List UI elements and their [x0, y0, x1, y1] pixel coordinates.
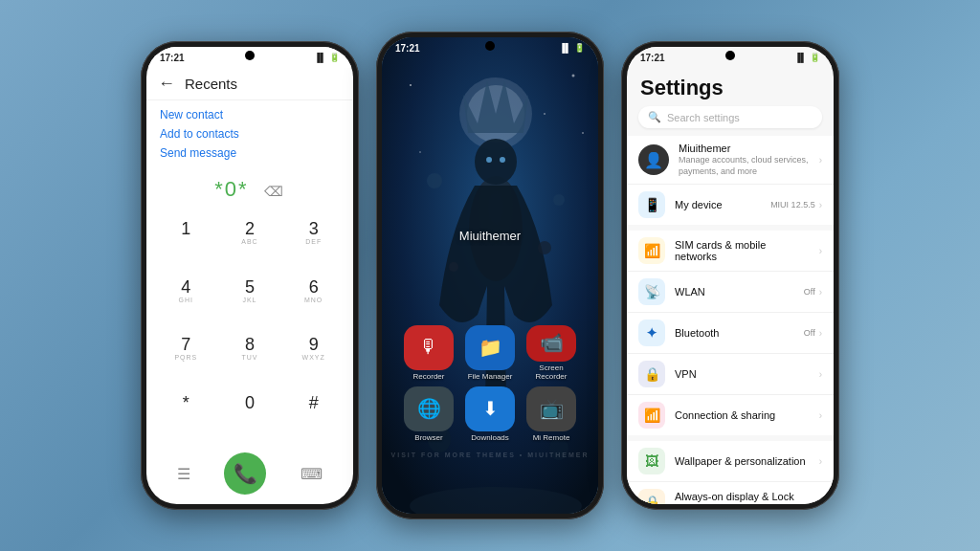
- delete-icon[interactable]: ⌫: [264, 184, 285, 199]
- app-filemanager[interactable]: 📁 File Manager: [462, 325, 518, 381]
- dialer-key-1[interactable]: 1: [154, 211, 218, 253]
- app-screenrecorder[interactable]: 📹 Screen Recorder: [523, 325, 579, 381]
- app-icon-filemanager: 📁: [465, 325, 515, 370]
- dialer-key-hash[interactable]: #: [281, 386, 345, 428]
- app-miremote[interactable]: 📺 Mi Remote: [523, 386, 579, 442]
- aod-title: Always-on display & Lock screen: [675, 491, 810, 504]
- wlan-badge: Off: [804, 287, 815, 297]
- call-button[interactable]: 📞: [224, 452, 266, 495]
- connection-sharing-row[interactable]: 📶 Connection & sharing ›: [627, 395, 834, 435]
- username-label: Miuithemer: [382, 229, 598, 243]
- svg-point-16: [572, 75, 575, 77]
- settings-section-account: 👤 Miuithemer Manage accounts, cloud serv…: [627, 136, 834, 225]
- dialer-screen: 17:21 ▐▌ 🔋 ← Recents New contact Add to …: [146, 47, 353, 504]
- wlan-icon: 📡: [638, 278, 665, 305]
- bluetooth-row[interactable]: ✦ Bluetooth Off ›: [627, 313, 834, 354]
- account-name: Miuithemer: [679, 143, 810, 154]
- dialer-key-7[interactable]: 7PQRS: [154, 327, 218, 369]
- my-device-content: My device: [675, 199, 761, 210]
- punch-hole-2: [485, 41, 495, 51]
- app-label-filemanager: File Manager: [468, 372, 513, 381]
- wlan-row[interactable]: 📡 WLAN Off ›: [627, 272, 834, 313]
- connection-icon: 📶: [638, 402, 665, 429]
- app-icon-browser: 🌐: [404, 386, 454, 431]
- dialer-key-0[interactable]: 0: [218, 386, 282, 428]
- app-icon-miremote: 📺: [526, 386, 576, 431]
- svg-point-4: [475, 139, 517, 185]
- wallpaper-art: [382, 37, 598, 514]
- keypad-icon[interactable]: ⌨: [301, 465, 323, 483]
- dialer-key-5[interactable]: 5JKL: [218, 270, 282, 312]
- wallpaper-icon: 🖼: [638, 448, 665, 474]
- settings-section-network: 📶 SIM cards & mobile networks › 📡 WLAN: [627, 231, 834, 435]
- send-message-link[interactable]: Send message: [160, 146, 340, 160]
- svg-point-7: [427, 173, 442, 188]
- dialer-key-6[interactable]: 6MNO: [281, 270, 345, 312]
- wallpaper-row[interactable]: 🖼 Wallpaper & personalization ›: [627, 441, 834, 482]
- miui-badge: MIUI 12.5.5: [770, 200, 815, 209]
- app-label-browser: Browser: [414, 433, 442, 442]
- recents-actions: New contact Add to contacts Send message: [146, 100, 353, 167]
- new-contact-link[interactable]: New contact: [160, 108, 340, 121]
- dialer-bottom-bar: ☰ 📞 ⌨: [146, 447, 353, 504]
- settings-section-display: 🖼 Wallpaper & personalization › 🔒 Always…: [627, 441, 834, 504]
- add-to-contacts-link[interactable]: Add to contacts: [160, 127, 340, 141]
- app-icon-screenrecorder: 📹: [526, 325, 576, 362]
- my-device-icon: 📱: [638, 191, 665, 218]
- wlan-title: WLAN: [675, 286, 794, 298]
- dialer-key-3[interactable]: 3DEF: [281, 211, 345, 253]
- svg-point-17: [544, 113, 546, 115]
- app-label-screenrecorder: Screen Recorder: [523, 364, 579, 381]
- app-grid: 🎙 Recorder 📁 File Manager 📹 Screen Recor…: [401, 325, 579, 442]
- account-subtitle: Manage accounts, cloud services, payment…: [679, 155, 810, 177]
- signal-icon: ▐▌: [314, 53, 326, 62]
- dialer-key-star[interactable]: *: [154, 386, 218, 428]
- phone-3: 17:21 ▐▌ 🔋 Settings 🔍 Search settings 👤: [621, 41, 839, 510]
- app-recorder[interactable]: 🎙 Recorder: [401, 325, 457, 381]
- svg-point-19: [582, 132, 584, 134]
- punch-hole-3: [725, 51, 735, 60]
- wallpaper: [382, 37, 598, 514]
- bluetooth-badge: Off: [804, 328, 815, 338]
- bluetooth-icon: ✦: [638, 320, 665, 346]
- menu-icon[interactable]: ☰: [177, 465, 190, 483]
- account-row[interactable]: 👤 Miuithemer Manage accounts, cloud serv…: [627, 136, 834, 185]
- app-downloads[interactable]: ⬇ Downloads: [462, 386, 518, 442]
- signal-icon-3: ▐▌: [794, 53, 807, 62]
- settings-search-bar[interactable]: 🔍 Search settings: [638, 106, 822, 128]
- homescreen: 17:21 ▐▌ 🔋 Miuithemer 🎙 Recorder 📁 File …: [382, 37, 598, 514]
- vpn-icon: 🔒: [638, 361, 665, 387]
- app-label-miremote: Mi Remote: [533, 433, 570, 442]
- sim-icon: 📶: [638, 237, 665, 264]
- app-browser[interactable]: 🌐 Browser: [401, 386, 457, 442]
- bluetooth-title: Bluetooth: [675, 327, 794, 339]
- app-icon-recorder: 🎙: [404, 325, 454, 370]
- account-info: Miuithemer Manage accounts, cloud servic…: [679, 143, 810, 177]
- battery-icon: 🔋: [329, 53, 340, 62]
- battery-icon-2: 🔋: [574, 43, 585, 53]
- back-button[interactable]: ←: [158, 74, 175, 94]
- dialer-key-9[interactable]: 9WXYZ: [281, 327, 345, 369]
- dialer-key-2[interactable]: 2ABC: [218, 211, 282, 253]
- dialer-grid: 1 2ABC 3DEF 4GHI 5JKL 6MNO 7PQRS 8TUV 9W…: [146, 208, 353, 447]
- svg-point-6: [500, 157, 505, 163]
- punch-hole-1: [245, 51, 255, 60]
- time-2: 17:21: [395, 43, 420, 54]
- settings-title: Settings: [627, 68, 834, 106]
- battery-icon-3: 🔋: [810, 53, 820, 62]
- svg-point-10: [538, 241, 551, 254]
- aod-row[interactable]: 🔒 Always-on display & Lock screen ›: [627, 482, 834, 504]
- vpn-row[interactable]: 🔒 VPN ›: [627, 354, 834, 395]
- sim-row[interactable]: 📶 SIM cards & mobile networks ›: [627, 231, 834, 272]
- svg-point-8: [553, 194, 565, 206]
- my-device-right: MIUI 12.5.5 ›: [770, 200, 822, 210]
- wallpaper-title: Wallpaper & personalization: [675, 455, 810, 467]
- phone-2: 17:21 ▐▌ 🔋 Miuithemer 🎙 Recorder 📁 File …: [376, 32, 604, 519]
- aod-icon: 🔒: [638, 489, 665, 504]
- recents-title: Recents: [185, 76, 237, 92]
- dialer-key-8[interactable]: 8TUV: [218, 327, 282, 369]
- signal-icon-2: ▐▌: [559, 43, 571, 53]
- dialer-key-4[interactable]: 4GHI: [154, 270, 218, 312]
- watermark: VISIT FOR MORE THEMES • MIUITHEMER: [382, 452, 598, 458]
- my-device-row[interactable]: 📱 My device MIUI 12.5.5 ›: [627, 185, 834, 225]
